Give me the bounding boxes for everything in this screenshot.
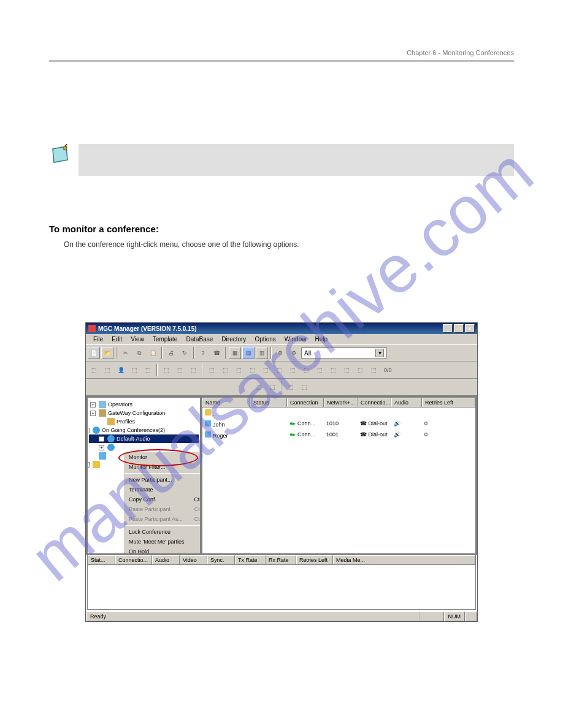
tb-btn[interactable]: ⬚ [273,364,285,376]
list-row[interactable]: Roger ●▸ Conn... 1001 ☎ Dial-out 🔊 0 [202,430,475,441]
tb-btn[interactable]: ⚙ [274,347,286,359]
col-audio[interactable]: Audio [391,398,422,407]
tb-user-icon[interactable]: 👤 [115,364,127,376]
tb-btn[interactable]: ⬚ [205,364,218,376]
ctx-monitor-filter[interactable]: Monitor Filter... [124,462,201,472]
list-row-up[interactable]: .. [202,408,475,419]
tb-btn[interactable]: ⬚ [327,364,339,376]
app-icon [88,325,96,332]
bcol-conn[interactable]: Connectio... [115,555,152,564]
tb-btn[interactable]: ⬚ [246,364,258,376]
tb-btn[interactable]: ⚙ [288,347,300,359]
tb-copy-icon[interactable]: ⧉ [133,347,145,359]
tb-help-icon[interactable]: ? [197,347,209,359]
tb-btn[interactable]: ⬚ [160,364,172,376]
close-button[interactable]: × [465,324,475,333]
filter-dropdown[interactable]: All ▾ [301,347,387,358]
tb-btn[interactable]: ⬚ [340,364,353,376]
tb-btn[interactable]: ⬚ [367,364,380,376]
menu-help[interactable]: Help [311,335,331,343]
tree-node-default-audio[interactable]: +Default-Audio [89,434,199,443]
tree-node-gateway[interactable]: +GateWay Configuration [89,409,199,417]
ctx-lock[interactable]: Lock Conference [124,527,201,537]
tb-view-2-icon[interactable]: ▤ [242,347,255,359]
tb-new-icon[interactable]: 📄 [88,347,100,359]
col-status[interactable]: Status [250,398,287,407]
tb-btn[interactable]: ⬚ [128,364,140,376]
minimize-button[interactable]: _ [443,324,453,333]
tb-btn[interactable]: ⬚ [259,364,272,376]
tb-btn[interactable]: ⬚ [354,364,366,376]
ctx-copy-conf[interactable]: Copy Conf.Ctrl+C [124,495,201,504]
bcol-stat[interactable]: Stat... [88,555,115,564]
bcol-rx[interactable]: Rx Rate [266,555,296,564]
tb-view-1-icon[interactable]: ▦ [229,347,241,359]
bcol-video[interactable]: Video [180,555,207,564]
tb-btn[interactable]: ⬚ [174,364,186,376]
toolbar-row-3: ⬚ ⬚ ⬚ ⬚ [86,379,477,396]
tb-btn[interactable]: ⬚ [253,381,265,393]
profiles-icon [107,418,115,425]
tb-cut-icon[interactable]: ✂ [120,347,132,359]
tb-paste-icon[interactable]: 📋 [147,347,159,359]
tb-btn[interactable]: ⬚ [187,364,199,376]
menu-window[interactable]: Window [281,335,310,343]
tree-node[interactable]: + [89,443,199,452]
tree-node-ongoing[interactable]: −On Going Conferences(2) [89,426,199,434]
col-name[interactable]: Name [202,398,250,407]
tb-sep [156,364,158,376]
bcol-retries[interactable]: Retries Left [296,555,333,564]
tb-btn[interactable]: ⬚ [285,381,297,393]
tb-sep [116,347,117,359]
tb-btn[interactable]: ⬚ [101,364,113,376]
tb-sep [225,347,226,359]
tree-node-operators[interactable]: +Operators [89,400,199,409]
tb-sep [202,364,203,376]
tree-node-profiles[interactable]: Profiles [89,417,199,426]
ctx-sep [125,473,201,474]
tb-view-3-icon[interactable]: ▥ [256,347,268,359]
menu-file[interactable]: File [90,335,107,343]
col-connectio[interactable]: Connectio... [358,398,391,407]
tb-refresh-icon[interactable]: ↻ [178,347,191,359]
menu-options[interactable]: Options [251,335,279,343]
tb-btn[interactable]: ⬚ [142,364,154,376]
bcol-tx[interactable]: Tx Rate [235,555,266,564]
maximize-button[interactable]: □ [454,324,464,333]
ctx-new-participant[interactable]: New Participant...F8 [124,475,201,485]
col-retries[interactable]: Retries Left [422,398,475,407]
menu-database[interactable]: DataBase [182,335,216,343]
bcol-sync[interactable]: Sync. [207,555,235,564]
tb-btn[interactable]: ⬚ [219,364,231,376]
svg-point-0 [63,146,67,150]
menu-directory[interactable]: Directory [218,335,250,343]
participant-icon [205,431,211,438]
col-connection[interactable]: Connection [287,398,324,407]
tb-btn[interactable]: ⬚ [313,364,326,376]
menu-edit[interactable]: Edit [108,335,126,343]
ctx-on-hold[interactable]: On Hold [124,547,201,554]
tb-open-icon[interactable]: 📂 [101,347,113,359]
bcol-audio[interactable]: Audio [152,555,180,564]
dialout-icon: ☎ [360,431,367,438]
tb-btn[interactable]: ⬚ [88,364,100,376]
list-row[interactable]: John ●▸ Conn... 1010 ☎ Dial-out 🔊 0 [202,419,475,430]
ctx-mute[interactable]: Mute 'Meet Me' parties [124,537,201,547]
tb-conn-icon[interactable]: ☎ [210,347,223,359]
tb-btn[interactable]: ⬚ [300,364,312,376]
menu-view[interactable]: View [127,335,148,343]
tb-print-icon[interactable]: 🖨 [165,347,177,359]
tb-counter: 0/0 [381,364,395,376]
ctx-terminate[interactable]: TerminateDel [124,485,201,495]
tb-btn[interactable]: ⬚ [298,381,310,393]
col-network[interactable]: Network+... [324,398,358,407]
bcol-media[interactable]: Media Me... [333,555,475,564]
tb-btn[interactable]: ⬚ [232,364,245,376]
tb-btn[interactable]: ⬚ [266,381,278,393]
ctx-monitor[interactable]: Monitor [124,452,201,462]
operators-icon [99,401,106,408]
list-pane: Name Status Connection Network+... Conne… [202,397,476,554]
menu-template[interactable]: Template [149,335,182,343]
section-title: To monitor a conference: [49,224,514,234]
tb-btn[interactable]: ⬚ [286,364,299,376]
